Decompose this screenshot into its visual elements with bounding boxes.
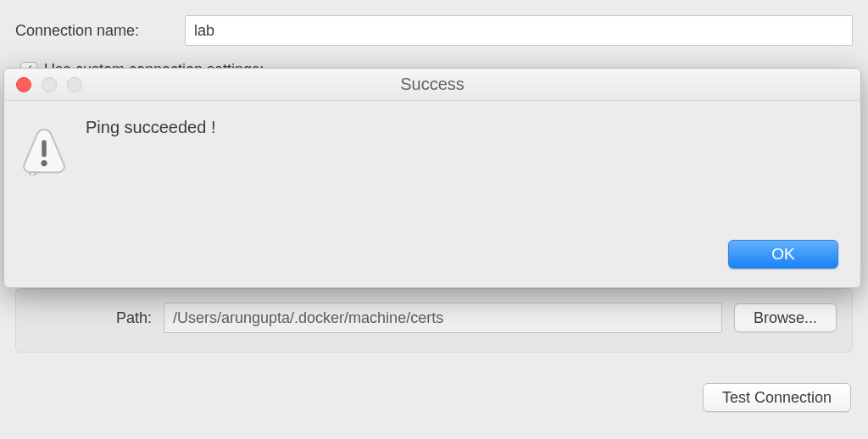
svg-rect-0 [42,140,46,157]
connection-name-row: Connection name: [15,15,853,46]
browse-button[interactable]: Browse... [734,303,837,332]
test-connection-button[interactable]: Test Connection [703,383,851,412]
svg-point-1 [41,160,47,166]
path-input [164,303,722,333]
dialog-titlebar: Success [4,69,860,101]
success-dialog: Success Ping succeeded ! OK [3,68,861,288]
connection-name-input[interactable] [185,15,853,46]
path-panel: Path: Browse... [15,288,853,353]
dialog-title: Success [4,75,860,94]
alert-icon [19,126,69,175]
path-row: Path: Browse... [31,303,837,333]
close-window-button[interactable] [16,77,31,92]
zoom-window-button [67,77,82,92]
window-controls [16,77,82,92]
dialog-body: Ping succeeded ! OK [4,101,860,287]
path-label: Path: [101,309,152,327]
connection-name-label: Connection name: [15,22,175,40]
ok-button[interactable]: OK [728,240,838,269]
minimize-window-button [42,77,57,92]
dialog-message: Ping succeeded ! [86,118,215,137]
test-connection-row: Test Connection [703,383,851,412]
